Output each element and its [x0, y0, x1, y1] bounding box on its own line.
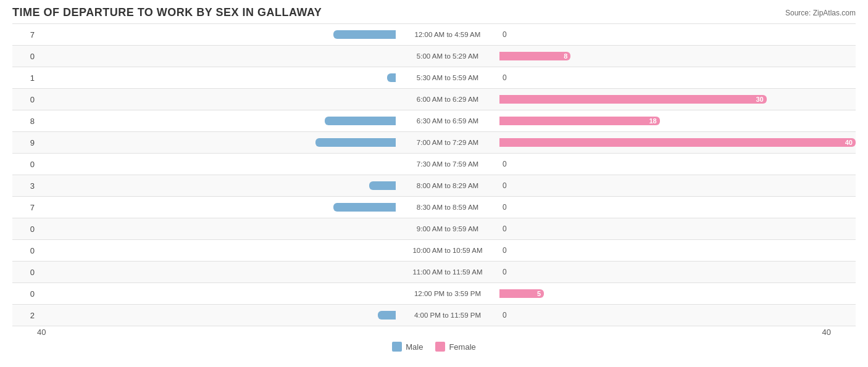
time-label: 6:00 AM to 6:29 AM	[397, 96, 498, 103]
left-value: 0	[12, 52, 40, 61]
female-side: 0	[498, 203, 856, 212]
chart-area: 7 12:00 AM to 4:59 AM 0 0 5:00 AM to 5:2…	[12, 23, 856, 326]
male-bar	[315, 138, 396, 147]
female-bar	[499, 95, 767, 104]
male-bar	[378, 311, 396, 320]
left-value: 0	[12, 268, 40, 277]
time-label: 11:00 AM to 11:59 AM	[397, 268, 498, 276]
left-value: 3	[12, 181, 40, 191]
male-side	[40, 225, 397, 233]
axis-labels: 40 40	[12, 328, 856, 337]
female-bar-container: 40	[499, 138, 856, 147]
time-label: 5:30 AM to 5:59 AM	[397, 74, 498, 81]
female-side: 8	[498, 52, 856, 60]
axis-left: 40	[37, 328, 46, 337]
male-bar	[333, 203, 396, 212]
left-value: 0	[12, 246, 40, 255]
chart-title: TIME OF DEPARTURE TO WORK BY SEX IN GALL…	[12, 6, 322, 19]
male-side	[40, 289, 397, 298]
male-side	[40, 160, 397, 168]
male-side	[40, 30, 397, 39]
female-side: 18	[498, 117, 856, 125]
table-row: 7 12:00 AM to 4:59 AM 0	[12, 23, 856, 45]
female-side: 0	[498, 181, 856, 190]
female-outside-val: 0	[503, 73, 507, 82]
legend-female: Female	[435, 342, 475, 352]
female-side: 0	[498, 30, 856, 39]
left-value: 1	[12, 73, 40, 83]
left-value: 0	[12, 289, 40, 299]
male-side	[40, 181, 397, 190]
female-bar	[499, 117, 660, 125]
female-outside-val: 0	[503, 203, 507, 212]
female-outside-val: 0	[503, 30, 507, 39]
legend: Male Female	[12, 342, 856, 352]
table-row: 3 8:00 AM to 8:29 AM 0	[12, 175, 856, 196]
female-side: 30	[498, 95, 856, 104]
female-outside-val: 0	[503, 246, 507, 255]
left-value: 9	[12, 138, 40, 147]
female-side: 5	[498, 289, 856, 298]
female-side: 0	[498, 246, 856, 255]
female-inside-val: 30	[756, 96, 764, 103]
time-label: 7:00 AM to 7:29 AM	[397, 139, 498, 146]
table-row: 0 7:30 AM to 7:59 AM 0	[12, 153, 856, 175]
time-label: 9:00 AM to 9:59 AM	[397, 225, 498, 233]
male-side	[40, 311, 397, 320]
female-outside-val: 0	[503, 225, 507, 233]
female-bar-container: 5	[499, 289, 544, 298]
male-side	[40, 73, 397, 82]
female-side: 40	[498, 138, 856, 147]
table-row: 0 12:00 PM to 3:59 PM 5	[12, 282, 856, 304]
left-value: 7	[12, 203, 40, 212]
female-outside-val: 0	[503, 160, 507, 168]
table-row: 7 8:30 AM to 8:59 AM 0	[12, 196, 856, 218]
legend-female-box	[435, 342, 445, 352]
legend-female-label: Female	[449, 342, 475, 352]
female-side: 0	[498, 268, 856, 276]
female-outside-val: 0	[503, 268, 507, 276]
male-side	[40, 203, 397, 212]
male-side	[40, 138, 397, 147]
female-bar-container: 8	[499, 52, 570, 60]
time-label: 5:00 AM to 5:29 AM	[397, 52, 498, 60]
female-side: 0	[498, 73, 856, 82]
female-outside-val: 0	[503, 181, 507, 190]
time-label: 10:00 AM to 10:59 AM	[397, 247, 498, 254]
female-side: 0	[498, 311, 856, 320]
female-inside-val: 5	[537, 290, 541, 297]
time-label: 4:00 PM to 11:59 PM	[397, 311, 498, 319]
male-bar	[387, 73, 396, 82]
male-side	[40, 52, 397, 60]
table-row: 9 7:00 AM to 7:29 AM 40	[12, 131, 856, 153]
female-inside-val: 40	[845, 139, 853, 146]
time-label: 12:00 AM to 4:59 AM	[397, 31, 498, 38]
male-side	[40, 268, 397, 276]
male-bar	[325, 117, 396, 125]
male-bar	[333, 30, 396, 39]
table-row: 0 5:00 AM to 5:29 AM 8	[12, 45, 856, 67]
table-row: 0 6:00 AM to 6:29 AM 30	[12, 88, 856, 110]
male-side	[40, 117, 397, 125]
male-side	[40, 95, 397, 104]
left-value: 8	[12, 117, 40, 126]
time-label: 12:00 PM to 3:59 PM	[397, 290, 498, 297]
female-bar	[499, 138, 856, 147]
chart-wrapper: TIME OF DEPARTURE TO WORK BY SEX IN GALL…	[12, 6, 856, 352]
left-value: 0	[12, 225, 40, 234]
female-bar-container: 30	[499, 95, 767, 104]
left-value: 2	[12, 311, 40, 320]
male-bar	[369, 181, 396, 190]
male-side	[40, 246, 397, 255]
table-row: 2 4:00 PM to 11:59 PM 0	[12, 304, 856, 326]
time-label: 8:00 AM to 8:29 AM	[397, 182, 498, 189]
female-bar	[499, 52, 570, 60]
legend-male-label: Male	[406, 342, 423, 352]
table-row: 1 5:30 AM to 5:59 AM 0	[12, 67, 856, 88]
female-outside-val: 0	[503, 311, 507, 320]
female-inside-val: 18	[649, 117, 656, 125]
time-label: 6:30 AM to 6:59 AM	[397, 117, 498, 125]
female-side: 0	[498, 160, 856, 168]
source-label: Source: ZipAtlas.com	[785, 9, 856, 17]
axis-right: 40	[822, 328, 831, 337]
